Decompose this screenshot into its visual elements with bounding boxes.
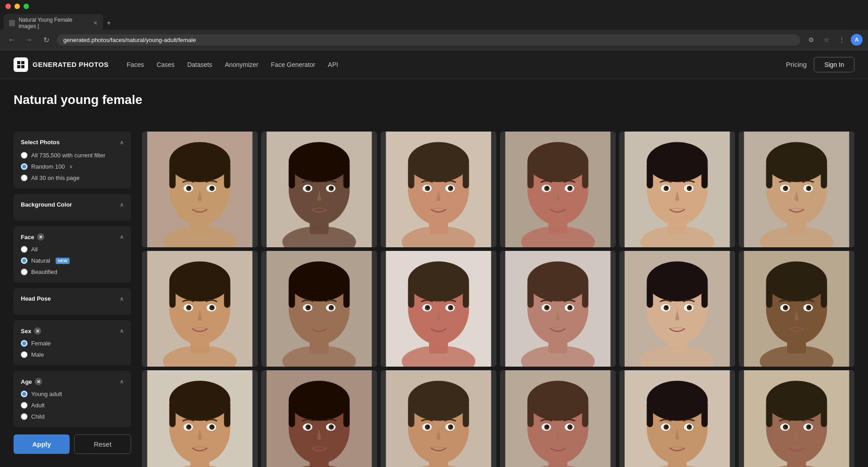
- age-adult-option[interactable]: Adult: [21, 402, 124, 409]
- nav-signin-button[interactable]: Sign In: [814, 57, 854, 72]
- image-cell[interactable]: [381, 251, 496, 367]
- back-button[interactable]: ←: [5, 33, 18, 46]
- face-beautified-option[interactable]: Beautified: [21, 269, 124, 275]
- face-chevron: ∧: [120, 234, 124, 240]
- face-all-radio[interactable]: [21, 246, 28, 253]
- refresh-button[interactable]: ↻: [40, 33, 52, 46]
- profile-button[interactable]: A: [851, 34, 863, 46]
- background-color-title: Background Color: [21, 201, 72, 208]
- nav-faces[interactable]: Faces: [127, 61, 144, 68]
- age-clear-badge[interactable]: ✕: [35, 378, 42, 385]
- select-page-option[interactable]: All 30 on this page: [21, 175, 124, 181]
- nav-anonymizer[interactable]: Anonymizer: [225, 61, 258, 68]
- sex-female-radio[interactable]: [21, 340, 28, 347]
- forward-button[interactable]: →: [23, 33, 35, 46]
- sex-female-option[interactable]: Female: [21, 340, 124, 347]
- face-clear-badge[interactable]: ✕: [37, 233, 44, 241]
- select-photos-chevron: ∧: [120, 139, 124, 146]
- image-cell[interactable]: [261, 132, 377, 247]
- active-tab[interactable]: Natural Young Female images | ✕: [4, 14, 103, 32]
- select-photos-header[interactable]: Select Photos ∧: [21, 139, 124, 146]
- svg-rect-205: [582, 401, 589, 427]
- age-child-radio[interactable]: [21, 413, 28, 420]
- select-page-radio[interactable]: [21, 175, 28, 181]
- svg-point-16: [212, 187, 214, 189]
- svg-point-67: [665, 187, 668, 189]
- svg-rect-152: [766, 281, 773, 307]
- image-cell[interactable]: [619, 251, 735, 367]
- image-cell[interactable]: [739, 370, 854, 467]
- age-header[interactable]: Age ✕ ∧: [21, 378, 124, 385]
- select-random-option[interactable]: Random 100 ∨: [21, 163, 124, 170]
- nav-pricing-link[interactable]: Pricing: [786, 61, 807, 68]
- age-adult-radio[interactable]: [21, 402, 28, 409]
- nav-datasets[interactable]: Datasets: [187, 61, 212, 68]
- image-cell[interactable]: [500, 132, 616, 247]
- apply-button[interactable]: Apply: [14, 434, 70, 454]
- face-beautified-radio[interactable]: [21, 269, 28, 275]
- reset-button[interactable]: Reset: [74, 434, 131, 454]
- main-nav: GENERATED PHOTOS Faces Cases Datasets An…: [0, 50, 868, 79]
- image-cell[interactable]: [142, 251, 258, 367]
- svg-point-184: [307, 425, 310, 428]
- page-content: Select Photos ∧ All 735,500 with current…: [0, 118, 868, 467]
- face-natural-radio[interactable]: [21, 257, 28, 264]
- extensions-button[interactable]: ⚙: [805, 33, 817, 46]
- svg-point-15: [188, 187, 190, 189]
- browser-chrome: Natural Young Female images | ✕ + ← → ↻ …: [0, 0, 868, 50]
- select-random-radio[interactable]: [21, 163, 28, 170]
- image-cell[interactable]: [739, 132, 854, 247]
- nav-face-generator[interactable]: Face Generator: [271, 61, 315, 68]
- select-all-radio[interactable]: [21, 152, 28, 159]
- tab-close-button[interactable]: ✕: [93, 20, 98, 26]
- image-cell[interactable]: [142, 370, 258, 467]
- svg-rect-10: [224, 162, 231, 188]
- nav-cases[interactable]: Cases: [156, 61, 175, 68]
- page-header: Natural young female: [0, 79, 868, 107]
- svg-point-190: [408, 381, 469, 420]
- svg-point-158: [785, 306, 787, 308]
- image-cell[interactable]: [500, 251, 616, 367]
- select-all-option[interactable]: All 735,500 with current filter: [21, 152, 124, 159]
- face-header[interactable]: Face ✕ ∧: [21, 233, 124, 241]
- image-cell[interactable]: [142, 132, 258, 247]
- window-close-button[interactable]: [5, 4, 11, 9]
- sex-clear-badge[interactable]: ✕: [34, 327, 41, 335]
- age-young-adult-radio[interactable]: [21, 391, 28, 397]
- image-cell[interactable]: [739, 251, 854, 367]
- address-bar: ← → ↻ ⚙ ☆ ⋮ A: [0, 30, 868, 50]
- image-cell[interactable]: [261, 251, 377, 367]
- age-section: Age ✕ ∧ Young adult Adult Child: [14, 371, 131, 427]
- image-cell[interactable]: [381, 132, 496, 247]
- url-input[interactable]: [57, 34, 800, 46]
- more-button[interactable]: ⋮: [835, 33, 848, 46]
- window-controls: [0, 0, 868, 13]
- window-minimize-button[interactable]: [14, 4, 20, 9]
- svg-point-55: [570, 187, 572, 189]
- image-cell[interactable]: [619, 370, 735, 467]
- svg-point-216: [647, 381, 708, 420]
- sex-male-radio[interactable]: [21, 351, 28, 358]
- face-all-option[interactable]: All: [21, 246, 124, 253]
- age-child-option[interactable]: Child: [21, 413, 124, 420]
- image-cell[interactable]: [619, 132, 735, 247]
- head-pose-header[interactable]: Head Pose ∧: [21, 295, 124, 302]
- face-natural-option[interactable]: Natural NEW: [21, 257, 124, 264]
- bookmark-button[interactable]: ☆: [820, 33, 833, 46]
- nav-api[interactable]: API: [328, 61, 338, 68]
- image-cell[interactable]: [261, 370, 377, 467]
- sex-header[interactable]: Sex ✕ ∧: [21, 327, 124, 335]
- svg-point-73: [766, 142, 827, 182]
- svg-point-8: [170, 142, 231, 182]
- tab-title: Natural Young Female images |: [19, 17, 90, 29]
- svg-rect-87: [170, 281, 176, 307]
- new-tab-button[interactable]: +: [103, 17, 114, 29]
- background-color-header[interactable]: Background Color ∧: [21, 201, 124, 208]
- svg-rect-1: [21, 61, 24, 64]
- image-cell[interactable]: [381, 370, 496, 467]
- window-maximize-button[interactable]: [24, 4, 29, 9]
- svg-rect-153: [821, 281, 827, 307]
- image-cell[interactable]: [500, 370, 616, 467]
- age-young-adult-option[interactable]: Young adult: [21, 391, 124, 397]
- sex-male-option[interactable]: Male: [21, 351, 124, 358]
